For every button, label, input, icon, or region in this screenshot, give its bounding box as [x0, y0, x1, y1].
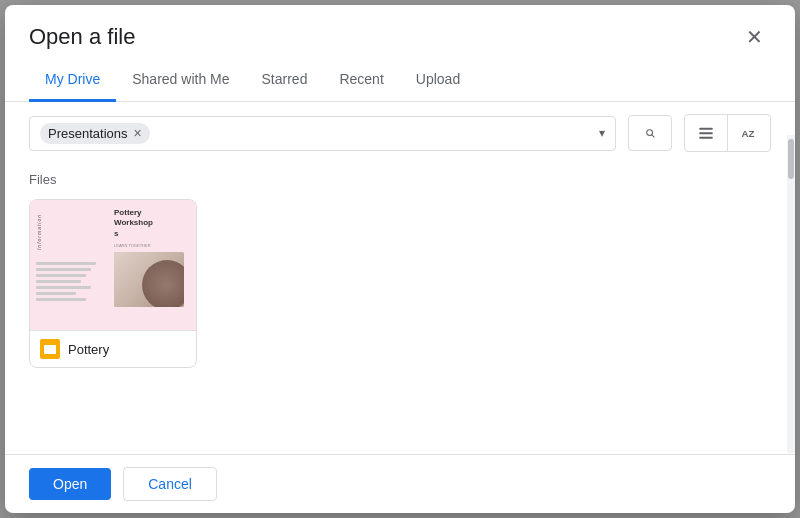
cancel-button[interactable]: Cancel: [123, 467, 217, 501]
file-info: Pottery: [30, 330, 196, 367]
svg-rect-3: [699, 132, 713, 134]
section-label: Files: [29, 172, 771, 187]
chip-remove-button[interactable]: ×: [134, 126, 142, 140]
filter-bar[interactable]: Presentations × ▾: [29, 116, 616, 151]
presentations-filter-chip[interactable]: Presentations ×: [40, 123, 150, 144]
thumb-image: [114, 252, 184, 307]
slides-icon: [40, 339, 60, 359]
thumb-left-panel: Information: [30, 200, 110, 330]
file-card[interactable]: Information PotteryWorkshops: [29, 199, 197, 368]
open-button[interactable]: Open: [29, 468, 111, 500]
dialog-title: Open a file: [29, 24, 135, 50]
sort-az-button[interactable]: AZ: [727, 115, 770, 151]
file-thumbnail: Information PotteryWorkshops: [30, 200, 197, 330]
list-view-button[interactable]: [685, 115, 727, 151]
tab-shared-with-me[interactable]: Shared with Me: [116, 59, 245, 102]
thumb-file-title: PotteryWorkshops: [114, 208, 192, 239]
scrollbar-thumb[interactable]: [788, 139, 794, 179]
filter-dropdown-arrow[interactable]: ▾: [599, 126, 605, 140]
close-button[interactable]: ✕: [738, 23, 771, 51]
tab-bar: My Drive Shared with Me Starred Recent U…: [5, 59, 795, 102]
dialog-footer: Open Cancel: [5, 454, 795, 513]
tab-recent[interactable]: Recent: [323, 59, 399, 102]
search-button[interactable]: [628, 115, 672, 151]
sort-buttons: AZ: [684, 114, 771, 152]
thumb-right-panel: PotteryWorkshops LEARN TOGETHER: [110, 200, 197, 330]
tab-starred[interactable]: Starred: [246, 59, 324, 102]
files-grid: Information PotteryWorkshops: [29, 199, 771, 368]
file-name: Pottery: [68, 342, 109, 357]
svg-text:AZ: AZ: [742, 128, 755, 139]
tab-my-drive[interactable]: My Drive: [29, 59, 116, 102]
sort-az-icon: AZ: [740, 124, 758, 142]
toolbar: Presentations × ▾ AZ: [5, 102, 795, 164]
search-icon: [645, 124, 655, 142]
list-icon: [697, 124, 715, 142]
scrollbar-track[interactable]: [787, 135, 795, 453]
file-content-area: Files Information: [5, 164, 795, 454]
tab-upload[interactable]: Upload: [400, 59, 476, 102]
open-file-dialog: Open a file ✕ My Drive Shared with Me St…: [5, 5, 795, 513]
svg-line-1: [652, 135, 654, 137]
dialog-header: Open a file ✕: [5, 5, 795, 51]
svg-rect-2: [699, 128, 713, 130]
chip-label: Presentations: [48, 126, 128, 141]
svg-rect-4: [699, 137, 713, 139]
